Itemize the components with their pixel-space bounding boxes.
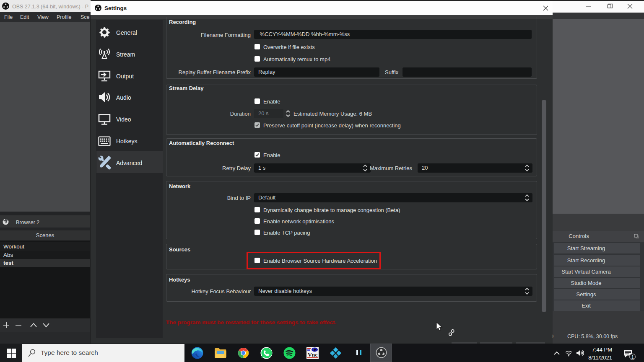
- svg-text:Vnc: Vnc: [308, 352, 317, 358]
- svg-text:1: 1: [631, 354, 634, 359]
